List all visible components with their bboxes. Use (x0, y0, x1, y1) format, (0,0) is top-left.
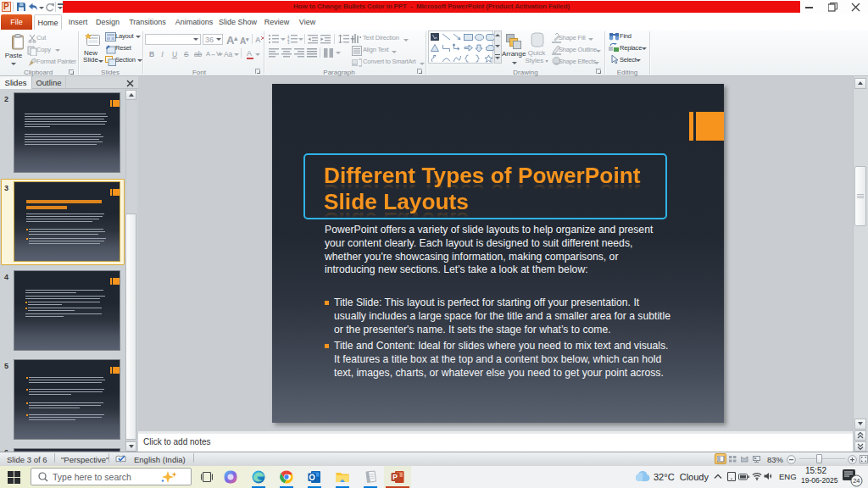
svg-text:P: P (392, 473, 398, 481)
svg-text:A: A (255, 36, 261, 44)
svg-text:3: 3 (287, 41, 290, 44)
svg-text:24: 24 (853, 477, 860, 485)
